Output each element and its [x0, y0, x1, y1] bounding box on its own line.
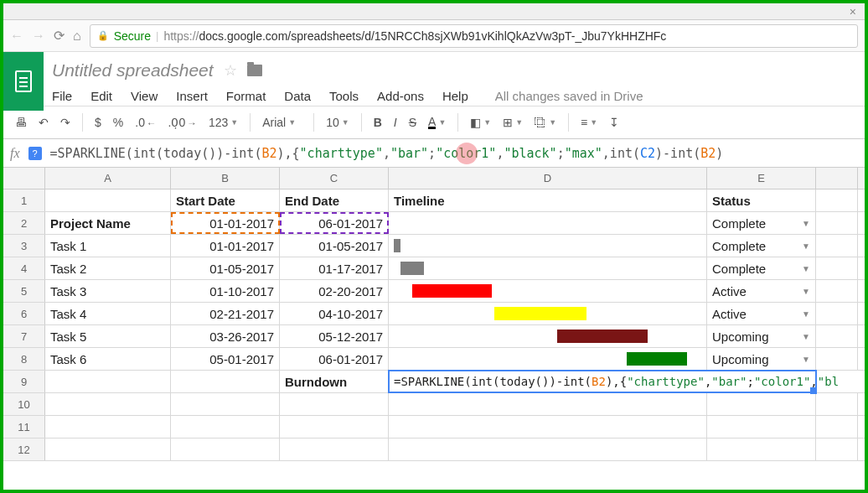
- cell[interactable]: 01-01-2017: [171, 212, 280, 234]
- col-header-B[interactable]: B: [171, 168, 280, 189]
- cell[interactable]: [816, 189, 858, 211]
- cell[interactable]: [816, 393, 858, 415]
- font-family-select[interactable]: Arial▼: [259, 114, 305, 131]
- tab-close-icon[interactable]: ×: [850, 5, 856, 18]
- cell-status[interactable]: Complete▼: [707, 257, 816, 279]
- fill-color-button[interactable]: ◧▼: [467, 114, 494, 131]
- cell[interactable]: End Date: [280, 189, 389, 211]
- cell[interactable]: 06-01-2017: [280, 212, 389, 234]
- cell[interactable]: [280, 416, 389, 438]
- cell[interactable]: Burndown: [280, 371, 389, 392]
- col-header-D[interactable]: D: [389, 168, 707, 189]
- cell[interactable]: [707, 439, 816, 460]
- row-header[interactable]: 4: [3, 257, 45, 279]
- cell[interactable]: [171, 439, 280, 460]
- cell[interactable]: [816, 416, 858, 438]
- cell-status[interactable]: Complete▼: [707, 212, 816, 234]
- cell[interactable]: [816, 303, 858, 324]
- reload-icon[interactable]: ⟳: [54, 28, 65, 44]
- cell[interactable]: [816, 235, 858, 257]
- menu-view[interactable]: View: [131, 89, 158, 103]
- home-icon[interactable]: ⌂: [73, 29, 81, 44]
- cell[interactable]: [816, 257, 858, 279]
- cell[interactable]: Task 3: [45, 280, 171, 302]
- row-header[interactable]: 5: [3, 280, 45, 302]
- row-header[interactable]: 7: [3, 325, 45, 347]
- formula-bar[interactable]: fx ? =SPARKLINE(int(today())-int(B2),{"c…: [3, 139, 865, 168]
- cell-sparkline[interactable]: [389, 280, 707, 302]
- cell[interactable]: [707, 416, 816, 438]
- menu-tools[interactable]: Tools: [329, 89, 359, 103]
- cell[interactable]: [816, 348, 858, 370]
- cell-status[interactable]: Complete▼: [707, 235, 816, 257]
- cell[interactable]: 02-20-2017: [280, 280, 389, 302]
- cell[interactable]: Task 5: [45, 325, 171, 347]
- doc-title[interactable]: Untitled spreadsheet: [52, 60, 214, 80]
- dropdown-icon[interactable]: ▼: [802, 309, 810, 319]
- format-percent[interactable]: %: [110, 114, 127, 131]
- cell[interactable]: [707, 393, 816, 415]
- text-color-button[interactable]: A▼: [425, 115, 449, 131]
- cell[interactable]: Task 2: [45, 257, 171, 279]
- menu-edit[interactable]: Edit: [90, 89, 112, 103]
- borders-button[interactable]: ⊞▼: [499, 114, 526, 131]
- cell[interactable]: [171, 393, 280, 415]
- dropdown-icon[interactable]: ▼: [802, 355, 810, 364]
- cell[interactable]: [280, 393, 389, 415]
- cell-sparkline[interactable]: [389, 348, 707, 370]
- format-currency[interactable]: $: [91, 114, 105, 131]
- star-icon[interactable]: ☆: [224, 61, 237, 80]
- dropdown-icon[interactable]: ▼: [802, 287, 810, 296]
- cell-status[interactable]: Active▼: [707, 303, 816, 324]
- forward-icon[interactable]: →: [32, 29, 45, 44]
- cell[interactable]: [389, 439, 707, 460]
- back-icon[interactable]: ←: [10, 29, 23, 44]
- row-header[interactable]: 3: [3, 235, 45, 257]
- cell[interactable]: [45, 416, 171, 438]
- cell[interactable]: [45, 439, 171, 460]
- cell[interactable]: [389, 393, 707, 415]
- cell[interactable]: Timeline: [389, 189, 707, 211]
- valign-button[interactable]: ↧: [606, 114, 623, 131]
- cell[interactable]: 01-17-2017: [280, 257, 389, 279]
- cell[interactable]: [280, 439, 389, 460]
- dropdown-icon[interactable]: ▼: [802, 332, 810, 341]
- cell[interactable]: Status: [707, 189, 816, 211]
- cell[interactable]: [389, 416, 707, 438]
- select-all-corner[interactable]: [3, 168, 45, 189]
- cell[interactable]: Task 1: [45, 235, 171, 257]
- row-header[interactable]: 8: [3, 348, 45, 370]
- row-header[interactable]: 1: [3, 189, 45, 211]
- cell[interactable]: 02-21-2017: [171, 303, 280, 324]
- cell-sparkline[interactable]: [389, 257, 707, 279]
- row-header[interactable]: 2: [3, 212, 45, 234]
- menu-data[interactable]: Data: [284, 89, 311, 103]
- col-header-C[interactable]: C: [280, 168, 389, 189]
- folder-icon[interactable]: [247, 65, 262, 76]
- bold-button[interactable]: B: [370, 114, 385, 131]
- cell-status[interactable]: Active▼: [707, 280, 816, 302]
- cell[interactable]: [816, 212, 858, 234]
- col-header-blank[interactable]: [816, 168, 858, 189]
- cell-sparkline[interactable]: [389, 303, 707, 324]
- cell[interactable]: 05-12-2017: [280, 325, 389, 347]
- cell-status[interactable]: Upcoming▼: [707, 348, 816, 370]
- cell[interactable]: 06-01-2017: [280, 348, 389, 370]
- strike-button[interactable]: S: [406, 114, 420, 131]
- cell[interactable]: [816, 280, 858, 302]
- spreadsheet-grid[interactable]: A B C D E 1 Start Date End Date Timeline…: [3, 168, 865, 461]
- merge-button[interactable]: ⿻▼: [531, 114, 560, 131]
- col-header-A[interactable]: A: [45, 168, 171, 189]
- cell[interactable]: 01-05-2017: [280, 235, 389, 257]
- increase-decimal[interactable]: .0̣0→: [165, 114, 200, 131]
- cell-status[interactable]: Upcoming▼: [707, 325, 816, 347]
- row-header[interactable]: 10: [3, 393, 45, 415]
- cell-sparkline[interactable]: [389, 235, 707, 257]
- cell[interactable]: [45, 393, 171, 415]
- number-format[interactable]: 123▼: [205, 114, 241, 131]
- print-icon[interactable]: 🖶: [12, 114, 30, 131]
- cell[interactable]: [816, 439, 858, 460]
- font-size-select[interactable]: 10▼: [323, 114, 353, 131]
- menu-insert[interactable]: Insert: [176, 89, 208, 103]
- cell-editing[interactable]: =SPARKLINE(int(today())-int(B2),{"chartt…: [389, 371, 816, 392]
